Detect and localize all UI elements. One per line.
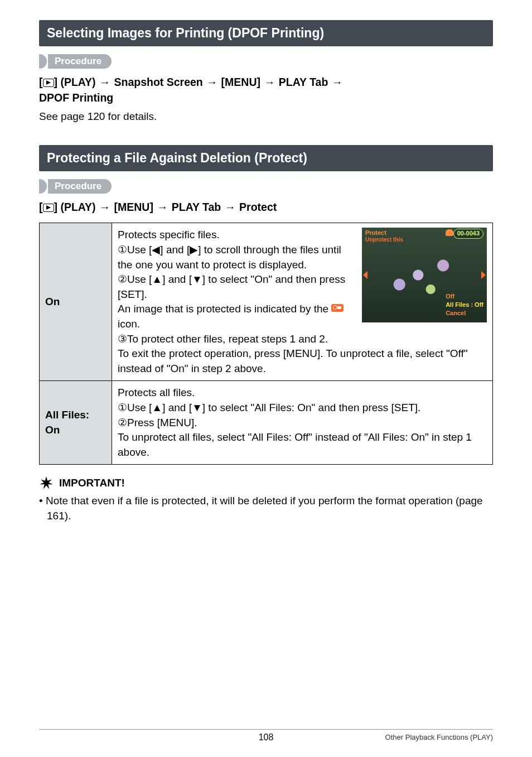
row-content-allfiles: Protects all files. ①Use [▲] and [▼] to … [112,381,493,465]
row1-tail: To exit the protect operation, press [ME… [118,346,487,376]
txt: ] and [ [162,273,192,285]
thumb-counter: 00-0043 [453,229,483,238]
thumb-menu-allfiles: All Files : Off [446,301,483,309]
arrow-icon: → [206,74,218,90]
txt: Use [ [127,244,152,255]
procedure-half-circle-icon [39,54,47,69]
section1-body: See page 120 for details. [39,109,493,124]
txt: ] and [ [162,402,192,413]
procedure-tag: Procedure [39,179,493,194]
procedure-pill: Procedure [48,54,112,69]
bc-snapshot: Snapshot Screen [114,76,202,88]
bc-protect: Protect [239,201,277,213]
burst-star-icon [39,476,54,490]
row2-tail: To unprotect all files, select "All File… [118,430,487,460]
table-row: On Protects specific files. ①Use [◀] and… [40,223,493,381]
section-heading-dpof: Selecting Images for Printing (DPOF Prin… [39,20,493,46]
play-label: ] (PLAY) [54,201,96,213]
table-row: All Files: On Protects all files. ①Use [… [40,381,493,465]
down-arrow-icon: ▼ [192,402,202,413]
thumb-menu-off: Off [446,292,483,301]
txt: ] and [ [160,244,190,255]
circled-2-icon: ② [118,417,127,428]
row-content-on: Protects specific files. ①Use [◀] and [▶… [112,223,493,381]
thumb-right-arrow-icon [481,271,486,279]
arrow-icon: → [331,74,344,90]
procedure-path-protect: [] (PLAY) → [MENU] → PLAY Tab → Protect [39,199,493,215]
bc-menu: [MENU] [114,201,153,213]
row2-line1: Protects all files. [118,385,487,401]
row2-step2: ②Press [MENU]. [118,416,487,431]
row1-iconline: An image that is protected is indicated … [118,302,356,331]
txt: Press [MENU]. [127,417,197,428]
important-heading: IMPORTANT! [39,476,493,490]
play-mode-icon [43,79,54,87]
important-label: IMPORTANT! [59,477,125,489]
circled-2-icon: ② [118,273,127,285]
txt: To protect other files, repeat steps 1 a… [127,333,328,345]
thumb-menu: Off All Files : Off Cancel [446,292,483,317]
row1-step2: ②Use [▲] and [▼] to select "On" and then… [118,272,356,302]
row-label-on: On [40,223,112,381]
row1-step3: ③To protect other files, repeat steps 1 … [118,332,487,347]
row1-step1: ①Use [◀] and [▶] to scroll through the f… [118,243,356,272]
circled-1-icon: ① [118,402,127,413]
important-note-list: Note that even if a file is protected, i… [39,494,493,523]
important-note: Note that even if a file is protected, i… [39,494,493,523]
txt: ] to select "All Files: On" and then pre… [202,402,421,413]
bc-playtab: PLAY Tab [172,201,221,213]
row2-step1: ①Use [▲] and [▼] to select "All Files: O… [118,401,487,416]
arrow-icon: → [224,199,236,215]
protect-feature-table: On Protects specific files. ①Use [◀] and… [39,223,493,465]
procedure-tag: Procedure [39,54,493,69]
page-number: 108 [259,732,274,742]
row-label-allfiles: All Files: On [40,381,112,465]
footer-chapter: Other Playback Functions (PLAY) [385,733,493,741]
thumb-subtitle: Unprotect this [365,236,403,244]
arrow-icon: → [99,74,111,90]
bracket-open: [ [39,76,43,88]
up-arrow-icon: ▲ [152,402,162,413]
arrow-icon: → [156,199,168,215]
section-heading-protect: Protecting a File Against Deletion (Prot… [39,145,493,171]
arrow-icon: → [99,199,111,215]
txt: An image that is protected is indicated … [118,303,331,315]
svg-marker-0 [40,476,53,489]
right-arrow-icon: ▶ [190,244,198,255]
up-arrow-icon: ▲ [152,273,162,285]
circled-1-icon: ① [118,244,127,255]
thumb-menu-cancel: Cancel [446,309,483,317]
protect-lock-icon [331,304,344,312]
screenshot-thumb: Protect Unprotect this 00-0043 Off All F… [362,228,487,322]
left-arrow-icon: ◀ [152,244,160,255]
thumb-left-arrow-icon [363,271,367,279]
bracket-open: [ [39,201,43,213]
arrow-icon: → [263,74,275,90]
play-mode-icon [43,204,54,212]
bc-playtab: PLAY Tab [279,76,328,88]
bc-menu: [MENU] [221,76,260,88]
page-footer: 108 Other Playback Functions (PLAY) [39,729,493,741]
circled-3-icon: ③ [118,333,127,345]
bc-dpof: DPOF Printing [39,91,113,104]
thumb-lock-icon [446,229,453,236]
procedure-half-circle-icon [39,179,47,194]
txt: Use [ [127,402,152,413]
row1-line1: Protects specific files. [118,228,356,243]
play-label: ] (PLAY) [54,76,96,88]
txt: icon. [118,318,140,330]
procedure-pill: Procedure [48,179,112,194]
procedure-path-dpof: [] (PLAY) → Snapshot Screen → [MENU] → P… [39,74,493,106]
down-arrow-icon: ▼ [192,273,202,285]
txt: Use [ [127,273,152,285]
